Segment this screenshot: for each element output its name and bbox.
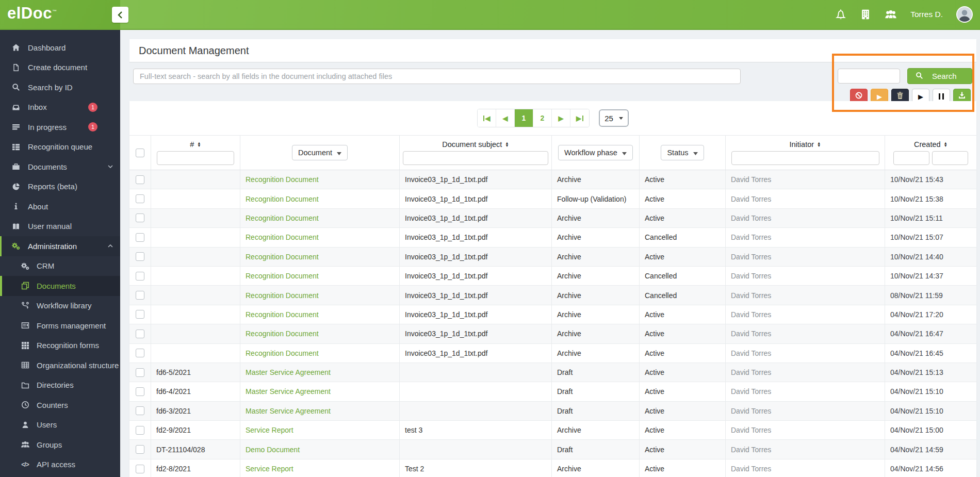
sidebar-item-search-by-id[interactable]: Search by ID xyxy=(0,77,120,97)
id-sort-header[interactable]: #▲▼ xyxy=(190,140,201,149)
created-from-input[interactable] xyxy=(893,151,929,165)
sidebar-item-directories[interactable]: Directories xyxy=(0,375,120,396)
search-button[interactable]: Search xyxy=(907,68,972,84)
user-name[interactable]: Torres D. xyxy=(910,10,943,19)
pagination-prev-button[interactable]: ◀ xyxy=(496,109,515,127)
cell-status: Active xyxy=(640,324,726,343)
status-filter-dropdown[interactable]: Status xyxy=(661,145,704,160)
sidebar-item-label: Dashboard xyxy=(28,43,66,52)
sidebar-item-documents[interactable]: Documents xyxy=(0,157,120,177)
sidebar-item-reports-beta[interactable]: Reports (beta) xyxy=(0,177,120,197)
groups-icon[interactable] xyxy=(885,9,897,20)
row-checkbox[interactable] xyxy=(136,368,144,377)
sidebar-item-api-access[interactable]: </>API access xyxy=(0,455,120,475)
created-to-input[interactable] xyxy=(932,151,968,165)
cell-text: David Torres xyxy=(731,330,771,338)
cell-text: Active xyxy=(645,310,664,319)
phase-filter-dropdown[interactable]: Workflow phase xyxy=(558,145,633,160)
row-checkbox[interactable] xyxy=(136,330,144,338)
document-link[interactable]: Recognition Document xyxy=(246,349,319,357)
row-checkbox[interactable] xyxy=(136,310,144,319)
sidebar-item-user-manual[interactable]: User manual xyxy=(0,217,120,237)
row-checkbox[interactable] xyxy=(136,426,144,435)
sidebar-item-administration[interactable]: Administration xyxy=(0,236,120,256)
document-link[interactable]: Demo Document xyxy=(246,446,300,454)
row-checkbox[interactable] xyxy=(136,194,144,203)
sidebar-item-in-progress[interactable]: In progress1 xyxy=(0,117,120,137)
sidebar-item-dashboard[interactable]: Dashboard xyxy=(0,38,120,58)
page-size-select[interactable]: 25 xyxy=(599,109,629,127)
created-range-filters xyxy=(893,151,968,165)
document-link[interactable]: Recognition Document xyxy=(246,310,319,319)
document-link[interactable]: Recognition Document xyxy=(246,330,319,338)
row-checkbox[interactable] xyxy=(136,465,144,473)
document-link[interactable]: Recognition Document xyxy=(246,233,319,241)
sidebar-item-users[interactable]: Users xyxy=(0,415,120,435)
sidebar-item-crm[interactable]: CRM xyxy=(0,256,120,276)
row-checkbox[interactable] xyxy=(136,406,144,415)
cell-text: David Torres xyxy=(731,272,771,280)
document-filter-dropdown[interactable]: Document xyxy=(292,145,348,160)
sidebar-item-workflow-library[interactable]: Workflow library xyxy=(0,296,120,316)
document-link[interactable]: Master Service Agreement xyxy=(246,387,331,396)
row-checkbox[interactable] xyxy=(136,291,144,300)
document-link[interactable]: Recognition Document xyxy=(246,272,319,280)
sidebar-item-documents[interactable]: Documents xyxy=(0,276,120,296)
row-checkbox[interactable] xyxy=(136,213,144,222)
sidebar-item-create-document[interactable]: Create document xyxy=(0,58,120,78)
document-link[interactable]: Master Service Agreement xyxy=(246,407,331,415)
pagination-page-2[interactable]: 2 xyxy=(533,109,552,127)
sidebar-item-about[interactable]: About xyxy=(0,196,120,217)
select-all-checkbox[interactable] xyxy=(136,149,144,157)
document-link[interactable]: Recognition Document xyxy=(246,253,319,261)
row-checkbox[interactable] xyxy=(136,252,144,261)
row-checkbox[interactable] xyxy=(136,233,144,242)
cell-initiator: David Torres xyxy=(726,209,885,227)
sidebar-item-groups[interactable]: Groups xyxy=(0,435,120,455)
app-logo[interactable]: elDoc™ xyxy=(7,4,57,23)
id-filter-input[interactable] xyxy=(157,151,234,165)
document-link[interactable]: Service Report xyxy=(246,426,293,434)
row-checkbox[interactable] xyxy=(136,387,144,396)
sidebar-item-recognition-queue[interactable]: Recognition queue xyxy=(0,137,120,157)
pagination-first-button[interactable]: ◀ xyxy=(478,109,496,127)
subject-sort-header[interactable]: Document subject▲▼ xyxy=(442,140,509,149)
document-link[interactable]: Recognition Document xyxy=(246,291,319,300)
notifications-bell-icon[interactable] xyxy=(835,9,846,20)
pagination-next-button[interactable]: ▶ xyxy=(552,109,570,127)
cell-id: fd6-5/2021 xyxy=(151,363,240,382)
initiator-sort-header[interactable]: Initiator▲▼ xyxy=(790,140,821,149)
quick-filter-input[interactable] xyxy=(838,69,900,84)
page-size-value: 25 xyxy=(605,114,613,123)
table-body: Recognition DocumentInvoice03_1p_1d_1txt… xyxy=(129,170,976,477)
pagination-last-button[interactable]: ▶ xyxy=(570,109,589,127)
cell-id xyxy=(151,324,240,343)
pagination-page-1[interactable]: 1 xyxy=(515,109,533,127)
grid-icon xyxy=(20,341,30,350)
cell-id xyxy=(151,228,240,246)
cell-text: Active xyxy=(645,349,664,357)
cell-initiator: David Torres xyxy=(726,344,885,363)
sidebar-item-recognition-forms[interactable]: Recognition forms xyxy=(0,336,120,356)
created-sort-header[interactable]: Created▲▼ xyxy=(914,140,948,149)
cell-text: Invoice03_1p_1d_1txt.pdf xyxy=(405,330,487,338)
document-link[interactable]: Master Service Agreement xyxy=(246,368,331,376)
row-checkbox[interactable] xyxy=(136,349,144,357)
document-link[interactable]: Recognition Document xyxy=(246,195,319,203)
document-link[interactable]: Service Report xyxy=(246,465,293,473)
row-checkbox[interactable] xyxy=(136,175,144,184)
sidebar-item-inbox[interactable]: Inbox1 xyxy=(0,97,120,118)
document-link[interactable]: Recognition Document xyxy=(246,175,319,184)
row-checkbox[interactable] xyxy=(136,445,144,454)
document-link[interactable]: Recognition Document xyxy=(246,214,319,222)
user-avatar[interactable] xyxy=(956,6,973,23)
sidebar-item-counters[interactable]: Counters xyxy=(0,395,120,415)
sidebar-item-organizational-structure[interactable]: Organizational structure xyxy=(0,355,120,375)
initiator-filter-input[interactable] xyxy=(731,151,879,165)
subject-filter-input[interactable] xyxy=(403,151,548,165)
row-checkbox[interactable] xyxy=(136,272,144,281)
sidebar-collapse-button[interactable] xyxy=(112,7,128,23)
fulltext-search-input[interactable] xyxy=(133,69,741,84)
sidebar-item-forms-management[interactable]: Forms management xyxy=(0,316,120,336)
organization-building-icon[interactable] xyxy=(860,9,871,20)
